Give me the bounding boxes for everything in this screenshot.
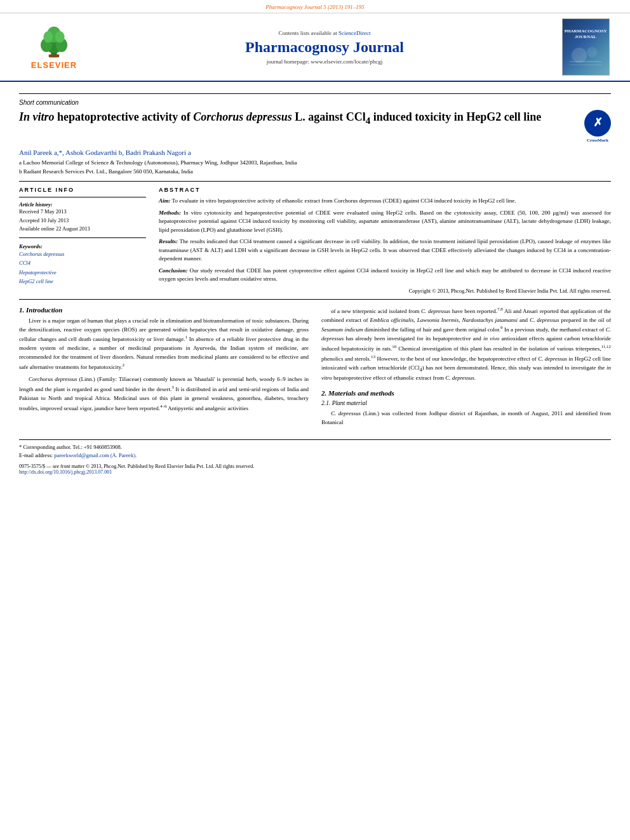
body-section: 1. Introduction Liver is a major organ o… bbox=[19, 306, 611, 430]
cover-decoration-icon bbox=[566, 43, 605, 68]
body-right-column: of a new triterpenic acid isolated from … bbox=[321, 306, 611, 430]
keyword-4: HepG2 cell line bbox=[19, 277, 146, 286]
keywords-label: Keywords: bbox=[19, 243, 146, 250]
authors: Anil Pareek a,*, Ashok Godavarthi b, Bad… bbox=[19, 149, 611, 156]
journal-header: ELSEVIER Contents lists available at Sci… bbox=[0, 13, 630, 82]
crossmark-badge[interactable]: ✗ CrossMark bbox=[584, 110, 611, 143]
results-text: The results indicated that CCl4 treatmen… bbox=[159, 238, 611, 262]
email-address[interactable]: pareekworld@gmail.com (A. Pareek). bbox=[54, 452, 137, 458]
top-divider bbox=[19, 93, 611, 94]
plant-para-1: C. depressus (Linn.) was collected from … bbox=[321, 410, 611, 427]
journal-cover-image: PHARMACOGNOSY JOURNAL bbox=[562, 18, 610, 76]
sciencedirect-link[interactable]: ScienceDirect bbox=[338, 30, 370, 36]
intro-para-1: Liver is a major organ of human that pla… bbox=[19, 317, 309, 373]
article-info-column: ARTICLE INFO Article history: Received 7… bbox=[19, 187, 146, 294]
elsevier-logo: ELSEVIER bbox=[31, 24, 77, 70]
keyword-1: Corchorus depressus bbox=[19, 250, 146, 258]
title-part5: induced toxicity in HepG2 cell line bbox=[370, 110, 541, 123]
intro-title-text: Introduction bbox=[26, 306, 62, 314]
body-left-column: 1. Introduction Liver is a major organ o… bbox=[19, 306, 309, 430]
right-body-text: of a new triterpenic acid isolated from … bbox=[321, 306, 611, 383]
abstract-methods: Methods: In vitro cytotoxicity and hepat… bbox=[159, 209, 611, 235]
materials-section-title: 2. Materials and methods bbox=[321, 389, 611, 397]
corresponding-author-note: * Corresponding author. Tel.: +91 946085… bbox=[19, 443, 611, 451]
materials-title-text: Materials and methods bbox=[328, 389, 394, 397]
journal-cover-area: PHARMACOGNOSY JOURNAL bbox=[554, 18, 617, 76]
journal-citation: Pharmacognosy Journal 5 (2013) 191–195 bbox=[265, 4, 364, 10]
article-info-heading: ARTICLE INFO bbox=[19, 187, 146, 193]
title-italic-part: In vitro bbox=[19, 110, 55, 123]
email-line: E-mail address: pareekworld@gmail.com (A… bbox=[19, 451, 611, 460]
cover-text: PHARMACOGNOSY JOURNAL bbox=[562, 26, 610, 43]
title-part2: hepatoprotective activity of bbox=[55, 110, 194, 123]
contents-line: Contents lists available at ScienceDirec… bbox=[95, 30, 554, 36]
svg-point-8 bbox=[572, 48, 587, 63]
abstract-text: Aim: To evaluate in vitro hepatoprotecti… bbox=[159, 197, 611, 284]
abstract-aim: Aim: To evaluate in vitro hepatoprotecti… bbox=[159, 197, 611, 206]
intro-body-text: Liver is a major organ of human that pla… bbox=[19, 317, 309, 413]
elsevier-label: ELSEVIER bbox=[31, 60, 77, 70]
abstract-heading: ABSTRACT bbox=[159, 187, 611, 193]
methods-text: In vitro cytotoxicity and hepatoprotecti… bbox=[159, 210, 611, 233]
plant-material-text: C. depressus (Linn.) was collected from … bbox=[321, 410, 611, 427]
abstract-column: ABSTRACT Aim: To evaluate in vitro hepat… bbox=[159, 187, 611, 294]
crossmark-label: CrossMark bbox=[587, 138, 608, 143]
page: Pharmacognosy Journal 5 (2013) 191–195 E… bbox=[0, 0, 630, 840]
methods-label: Methods: bbox=[159, 210, 181, 216]
article-type: Short communication bbox=[19, 99, 611, 106]
keyword-2: CCl4 bbox=[19, 258, 146, 267]
footer-copyright: 0975-3575/$ — see front matter © 2013, P… bbox=[19, 463, 611, 469]
intro-section-title: 1. Introduction bbox=[19, 306, 309, 314]
keywords-section: Keywords: Corchorus depressus CCl4 Hepat… bbox=[19, 243, 146, 286]
affiliation-1: a Lachoo Memorial College of Science & T… bbox=[19, 159, 611, 168]
abstract-copyright: Copyright © 2013, Phcog.Net. Published b… bbox=[159, 288, 611, 294]
received-date: Received 7 May 2013 Accepted 10 July 201… bbox=[19, 208, 146, 234]
footer-doi[interactable]: http://dx.doi.org/10.1016/j.phcgj.2013.0… bbox=[19, 469, 611, 475]
journal-name: Pharmacognosy Journal bbox=[95, 39, 554, 56]
abstract-conclusion: Conclusion: Our study revealed that CDEE… bbox=[159, 267, 611, 284]
intro-para-2: Corchorus depressus (Linn.) (Family: Til… bbox=[19, 375, 309, 413]
keyword-3: Hepatoprotective bbox=[19, 268, 146, 277]
footer-section: * Corresponding author. Tel.: +91 946085… bbox=[19, 439, 611, 475]
publisher-logo-area: ELSEVIER bbox=[13, 24, 95, 70]
title-text: In vitro hepatoprotective activity of Co… bbox=[19, 110, 578, 127]
title-part4: L. against CCl bbox=[292, 110, 366, 123]
results-label: Results: bbox=[159, 238, 178, 244]
right-para-1: of a new triterpenic acid isolated from … bbox=[321, 306, 611, 383]
article-history-box: Article history: Received 7 May 2013 Acc… bbox=[19, 197, 146, 238]
elsevier-tree-icon bbox=[32, 24, 76, 59]
mid-divider bbox=[19, 181, 611, 182]
svg-point-9 bbox=[587, 47, 597, 57]
history-label: Article history: bbox=[19, 201, 146, 208]
conclusion-label: Conclusion: bbox=[159, 267, 188, 274]
main-content: Short communication In vitro hepatoprote… bbox=[0, 82, 630, 481]
article-title: In vitro hepatoprotective activity of Co… bbox=[19, 110, 611, 143]
plant-material-subsection: 2.1. Plant material bbox=[321, 400, 611, 406]
svg-point-6 bbox=[55, 31, 65, 43]
affiliations: a Lachoo Memorial College of Science & T… bbox=[19, 159, 611, 176]
top-bar: Pharmacognosy Journal 5 (2013) 191–195 bbox=[0, 0, 630, 13]
aim-text: To evaluate in vitro hepatoprotective ac… bbox=[172, 197, 516, 204]
crossmark-icon: ✗ bbox=[584, 110, 611, 137]
info-abstract-section: ARTICLE INFO Article history: Received 7… bbox=[19, 187, 611, 294]
svg-rect-7 bbox=[49, 55, 60, 58]
body-divider bbox=[19, 299, 611, 300]
aim-label: Aim: bbox=[159, 197, 171, 204]
conclusion-text: Our study revealed that CDEE has potent … bbox=[159, 267, 611, 283]
title-species: Corchorus depressus bbox=[193, 110, 292, 123]
journal-homepage: journal homepage: www.elsevier.com/locat… bbox=[95, 58, 554, 65]
affiliation-2: b Radiant Research Services Pvt. Ltd., B… bbox=[19, 168, 611, 177]
abstract-results: Results: The results indicated that CCl4… bbox=[159, 237, 611, 263]
journal-header-center: Contents lists available at ScienceDirec… bbox=[95, 30, 554, 65]
svg-point-5 bbox=[43, 31, 53, 43]
